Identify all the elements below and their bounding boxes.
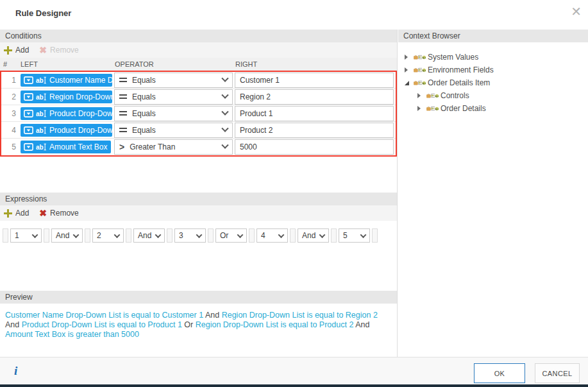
expressions-add-button[interactable]: Add (4, 209, 29, 218)
column-header-right: RIGHT (235, 60, 397, 68)
conditions-add-button[interactable]: Add (4, 46, 29, 55)
expression-select-value: 1 (15, 231, 19, 240)
field-chip[interactable]: ab Product Drop-Down List (21, 124, 112, 137)
condition-left-cell: ab Product Drop-Down List (21, 107, 114, 120)
tree-item[interactable]: Environment Fields (398, 64, 588, 76)
expression-select[interactable]: 4 (256, 228, 288, 243)
dropdown-list-icon (24, 76, 33, 84)
dropdown-list-icon (24, 110, 33, 117)
tree-twisty[interactable] (405, 81, 414, 85)
briefcase-icon (414, 78, 418, 88)
tree-twisty[interactable] (405, 67, 414, 73)
conditions-header: Conditions (0, 30, 397, 42)
condition-left-cell: ab Region Drop-Down List (21, 90, 114, 103)
field-chip-label: Amount Text Box (49, 142, 108, 151)
condition-row[interactable]: 5 ab Amount Text Box > Greater Than (1, 139, 396, 155)
expression-select[interactable]: 3 (174, 228, 206, 243)
textbox-icon: ab (36, 93, 47, 101)
condition-left-cell: ab Customer Name Drop-Down List (21, 74, 114, 87)
preview-connector-text: Or (184, 320, 193, 329)
expression-select-value: And (302, 231, 315, 240)
expression-select[interactable]: Or (215, 228, 247, 243)
tree-item[interactable]: Controls (398, 89, 588, 102)
tree-item[interactable]: Order Details (398, 102, 588, 115)
condition-row[interactable]: 2 ab Region Drop-Down List > Equals (1, 89, 396, 105)
right-value-input[interactable] (235, 106, 394, 121)
operator-select[interactable]: > Equals (114, 89, 233, 105)
smartobject-cube-icon (435, 91, 439, 101)
expressions-remove-button[interactable]: ✖ Remove (39, 209, 78, 218)
textbox-icon: ab (36, 143, 47, 151)
condition-row[interactable]: 4 ab Product Drop-Down List > Equals (1, 122, 396, 139)
preview-connector-text: And (5, 320, 19, 329)
operator-label: Equals (132, 109, 156, 118)
right-value-input[interactable] (235, 73, 394, 88)
operator-select[interactable]: > Greater Than (114, 139, 233, 155)
tree-twisty[interactable] (417, 93, 426, 98)
chevron-down-icon (32, 232, 38, 238)
expression-spacer (290, 228, 296, 243)
briefcase-icon (426, 91, 431, 101)
right-value-input[interactable] (235, 123, 394, 138)
condition-row[interactable]: 3 ab Product Drop-Down List > Equals (1, 105, 396, 122)
tree-item[interactable]: Order Details Item (398, 76, 588, 89)
expression-spacer (372, 228, 378, 243)
expression-select-value: And (138, 231, 151, 240)
info-icon[interactable]: i (14, 364, 17, 378)
operator-select[interactable]: > Equals (114, 123, 233, 138)
field-chip[interactable]: ab Region Drop-Down List (21, 90, 112, 103)
svg-text:ab: ab (36, 94, 44, 101)
expression-select[interactable]: 2 (92, 228, 124, 243)
expression-select[interactable]: And (298, 228, 329, 243)
field-chip[interactable]: ab Product Drop-Down List (21, 107, 112, 120)
field-chip[interactable]: ab Customer Name Drop-Down List (21, 74, 112, 87)
context-tree: System Values Environment Fields (398, 42, 588, 115)
collapse-arrow-icon (405, 81, 409, 85)
cancel-button[interactable]: CANCEL (535, 363, 580, 383)
chevron-down-icon (221, 108, 228, 115)
field-chip[interactable]: ab Amount Text Box (21, 141, 111, 153)
conditions-section: Conditions Add ✖ Remove # LEFT OPERATOR … (0, 30, 397, 157)
form-item-icon (431, 91, 435, 100)
expression-select[interactable]: And (133, 228, 165, 243)
expression-spacer (208, 228, 214, 243)
condition-row-number: 2 (1, 92, 21, 101)
svg-text:ab: ab (36, 144, 44, 151)
tree-item[interactable]: System Values (398, 51, 588, 64)
smartobject-cube-icon (422, 53, 426, 62)
preview-connector-text: And (205, 311, 219, 320)
expression-spacer (249, 228, 255, 243)
form-item-icon (418, 65, 423, 74)
chevron-down-icon (221, 125, 228, 132)
condition-row-number: 1 (1, 76, 21, 85)
right-value-input[interactable] (235, 89, 394, 105)
textbox-icon: ab (36, 76, 47, 84)
svg-text:ab: ab (36, 110, 44, 117)
preview-condition-text: Region Drop-Down List is equal to Produc… (196, 320, 354, 329)
ok-button[interactable]: OK (474, 363, 525, 383)
plus-icon (4, 209, 12, 218)
preview-condition-text: Amount Text Box is greater than 5000 (5, 330, 139, 339)
preview-section: Preview Customer Name Drop-Down List is … (0, 291, 397, 340)
right-value-input[interactable] (235, 139, 394, 155)
tree-twisty[interactable] (417, 106, 426, 111)
expression-spacer (3, 228, 8, 243)
field-chip-label: Customer Name Drop-Down List (49, 76, 112, 85)
column-header-left: LEFT (21, 60, 115, 68)
expression-select[interactable]: 5 (339, 228, 370, 243)
close-icon[interactable]: ✕ (571, 5, 582, 18)
briefcase-icon (414, 53, 418, 62)
operator-label: Equals (132, 76, 156, 85)
conditions-toolbar: Add ✖ Remove (0, 42, 397, 58)
chevron-down-icon (360, 232, 367, 238)
chevron-down-icon (196, 232, 203, 238)
condition-row-number: 4 (1, 126, 21, 135)
expression-select[interactable]: 1 (10, 228, 42, 243)
chevron-down-icon (221, 74, 228, 82)
tree-twisty[interactable] (405, 55, 414, 60)
svg-text:ab: ab (36, 127, 44, 134)
operator-select[interactable]: > Equals (114, 106, 233, 121)
condition-row[interactable]: 1 ab Customer Name Drop-Down List > Equa… (1, 72, 396, 89)
expression-select[interactable]: And (51, 228, 83, 243)
operator-select[interactable]: > Equals (114, 73, 233, 88)
